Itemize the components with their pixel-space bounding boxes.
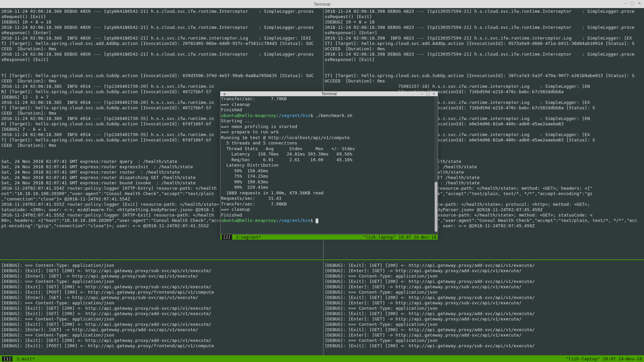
tmux-window-name: 1:vagrant* (236, 235, 261, 240)
pane-divider-horizontal (0, 259, 644, 260)
tmux-status-right: "lizh-laptop" 10:07 24-Nov-18 (566, 356, 642, 361)
outer-window-title: Terminal (314, 2, 330, 7)
close-icon[interactable]: ✕ (638, 1, 641, 6)
window-menu-icon[interactable]: ◆ (223, 92, 226, 96)
prompt-user: ubuntu@hello-msaproxy (221, 113, 276, 118)
outer-tmux-statusbar[interactable]: [1] 1:exit* "lizh-laptop" 10:07 24-Nov-1… (0, 355, 644, 362)
cursor-icon (316, 219, 318, 223)
tmux-status-right: "lizh-laptop" 10:07 24-Nov-18 (363, 235, 436, 240)
floating-terminal-body[interactable]: Transfer/sec: 7.78KB ==> cleanup Finishe… (220, 96, 438, 235)
prompt-dollar: $ (310, 113, 316, 118)
prompt-path: /vagrant/bin (279, 113, 310, 118)
floating-tmux-statusbar[interactable]: [2] 1:vagrant* "lizh-laptop" 10:07 24-No… (220, 235, 438, 240)
minimize-icon[interactable]: – (625, 1, 627, 6)
prompt-dollar: $ (310, 218, 316, 223)
tmux-pane-bottom-right[interactable]: [DEBUG]: [Exit]: [GET] [200] <- http://a… (325, 263, 644, 353)
tmux-session-number: [2] (222, 235, 232, 240)
scrollbar-thumb[interactable] (435, 182, 437, 232)
terminal-root: 2018-11-24 02:06:18.368 DEBUG 4850 --- [… (0, 8, 644, 362)
benchmark-pre-output: Transfer/sec: 7.78KB ==> cleanup Finishe… (221, 96, 287, 112)
minimize-icon[interactable]: – (421, 92, 423, 96)
floating-terminal-title: Terminal (321, 92, 336, 96)
tmux-pane-bottom-left[interactable]: [DEBUG]: >>> Content-Type: application/j… (1, 263, 323, 353)
pane-divider-vertical-lower (323, 261, 324, 356)
tmux-session-number: [1] (2, 356, 12, 361)
maximize-icon[interactable]: ▢ (630, 1, 634, 6)
tmux-window-name: 1:exit* (16, 356, 35, 361)
prompt-user: ubuntu@hello-msaproxy (221, 218, 276, 223)
floating-terminal-titlebar[interactable]: ◆ Terminal – ▢ ✕ (220, 92, 438, 96)
close-icon[interactable]: ✕ (432, 92, 436, 96)
scrollbar[interactable] (434, 96, 438, 235)
floating-terminal-window[interactable]: ◆ Terminal – ▢ ✕ Transfer/sec: 7.78KB ==… (220, 91, 438, 234)
command-text: ./benchmark.sh (316, 113, 353, 118)
prompt-path: /vagrant/bin (279, 218, 310, 223)
benchmark-output: Starting ... ==> nmon profiling is start… (221, 118, 355, 218)
outer-window-titlebar[interactable]: Terminal – ▢ ✕ (0, 0, 644, 8)
maximize-icon[interactable]: ▢ (426, 92, 430, 96)
